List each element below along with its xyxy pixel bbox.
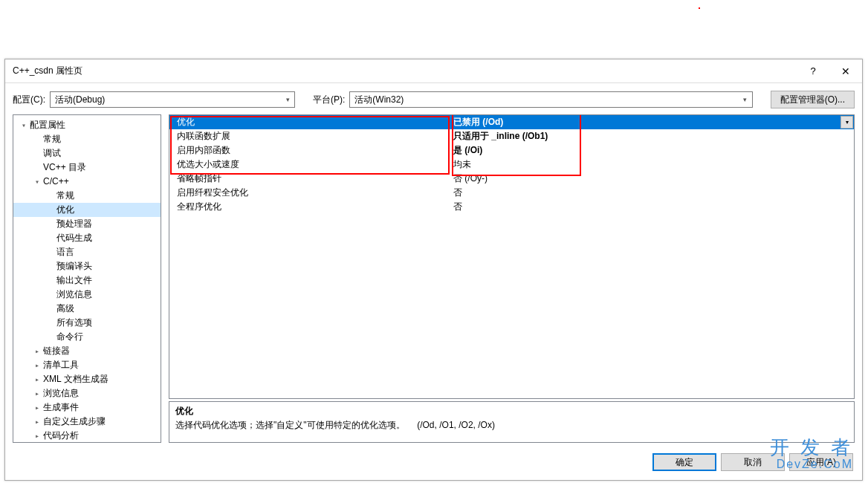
grid-row[interactable]: 启用内部函数是 (/Oi) (169, 143, 854, 158)
cancel-button[interactable]: 取消 (721, 453, 785, 471)
tree-item-label: 调试 (42, 146, 62, 160)
tree-item[interactable]: 输出文件 (13, 273, 161, 288)
config-bar: 配置(C): 活动(Debug) ▾ 平台(P): 活动(Win32) ▾ 配置… (5, 83, 862, 114)
chevron-right-icon[interactable]: ▸ (33, 372, 42, 386)
tree-item[interactable]: ▸生成事件 (13, 400, 161, 415)
config-manager-button[interactable]: 配置管理器(O)... (771, 91, 855, 108)
desc-title: 优化 (175, 405, 848, 418)
tree-item[interactable]: 优化 (13, 203, 161, 217)
tree-item[interactable]: ▸浏览信息 (13, 386, 161, 400)
tree-item-label: 代码分析 (42, 429, 80, 443)
tree-item-label: 浏览信息 (42, 386, 80, 400)
property-pages-dialog: C++_csdn 属性页 ? ✕ 配置(C): 活动(Debug) ▾ 平台(P… (4, 59, 863, 481)
tree-item-label: 常规 (55, 189, 76, 203)
grid-value: 均未 (450, 158, 854, 171)
grid-value: 否 (/Oy-) (450, 172, 854, 185)
tree-item-label: 优化 (55, 203, 76, 217)
grid-row[interactable]: 省略帧指针否 (/Oy-) (169, 172, 854, 186)
tree-item-label: VC++ 目录 (42, 160, 88, 175)
ok-button[interactable]: 确定 (652, 453, 716, 471)
tree-pane[interactable]: ▾配置属性常规调试VC++ 目录▾C/C++常规优化预处理器代码生成语言预编译头… (13, 114, 161, 443)
tree-item[interactable]: 高级 (13, 302, 161, 316)
grid-label: 优选大小或速度 (169, 158, 450, 171)
grid-value: 否 (450, 186, 854, 199)
tree-item-label: 常规 (42, 132, 62, 146)
tree-item-label: 代码生成 (55, 231, 94, 245)
description-pane: 优化 选择代码优化选项；选择"自定义"可使用特定的优化选项。 (/Od, /O1… (169, 401, 855, 443)
grid-row[interactable]: 优化已禁用 (/Od) (169, 115, 854, 129)
window-title: C++_csdn 属性页 (13, 65, 797, 77)
tree-item-label: 自定义生成步骤 (42, 415, 107, 429)
apply-button[interactable]: 应用(A) (789, 453, 853, 471)
tree-item-label: 预编译头 (55, 259, 94, 273)
tree-item-label: XML 文档生成器 (42, 372, 110, 386)
tree-item-label: 链接器 (42, 344, 71, 358)
tree-item[interactable]: 预编译头 (13, 259, 161, 273)
grid-dropdown-button[interactable]: ▾ (841, 116, 853, 129)
tree-item-label: 清单工具 (42, 358, 80, 372)
tree-item[interactable]: 语言 (13, 245, 161, 259)
config-label: 配置(C): (13, 94, 45, 106)
tree-item[interactable]: ▾配置属性 (13, 118, 161, 132)
tree-item[interactable]: 代码生成 (13, 231, 161, 245)
close-button[interactable]: ✕ (829, 59, 862, 83)
tree-item[interactable]: ▸清单工具 (13, 358, 161, 372)
tree-item[interactable]: 常规 (13, 189, 161, 203)
chevron-right-icon[interactable]: ▸ (33, 344, 42, 358)
grid-label: 启用纤程安全优化 (169, 186, 450, 199)
tree-item-label: 预处理器 (55, 217, 94, 231)
grid-label: 启用内部函数 (169, 144, 450, 157)
grid-label: 内联函数扩展 (169, 130, 450, 143)
tree-item-label: 所有选项 (55, 316, 94, 330)
tree-item-label: 输出文件 (55, 273, 94, 288)
tree-item-label: 配置属性 (28, 118, 67, 132)
tree-item[interactable]: 预处理器 (13, 217, 161, 231)
tree-item[interactable]: ▸自定义生成步骤 (13, 415, 161, 429)
tree-item[interactable]: ▾C/C++ (13, 175, 161, 189)
platform-label: 平台(P): (313, 94, 345, 106)
titlebar: C++_csdn 属性页 ? ✕ (5, 59, 862, 83)
grid-row[interactable]: 全程序优化否 (169, 200, 854, 214)
config-dropdown[interactable]: 活动(Debug) ▾ (50, 91, 295, 108)
chevron-right-icon[interactable]: ▸ (33, 429, 42, 443)
grid-value: 是 (/Oi) (450, 144, 854, 157)
help-button[interactable]: ? (797, 59, 829, 83)
desc-text: 选择代码优化选项；选择"自定义"可使用特定的优化选项。 (/Od, /O1, /… (175, 419, 848, 432)
tree-item[interactable]: 常规 (13, 132, 161, 146)
tree-item-label: 生成事件 (42, 400, 80, 415)
tree-item[interactable]: 命令行 (13, 330, 161, 344)
grid-label: 优化 (169, 116, 450, 129)
grid-label: 全程序优化 (169, 201, 450, 213)
config-value: 活动(Debug) (55, 94, 105, 106)
chevron-down-icon: ▾ (739, 92, 752, 107)
platform-dropdown[interactable]: 活动(Win32) ▾ (349, 91, 752, 108)
tree-item-label: C/C++ (42, 175, 71, 189)
property-grid[interactable]: 优化已禁用 (/Od)内联函数扩展只适用于 _inline (/Ob1)启用内部… (169, 114, 855, 399)
chevron-right-icon[interactable]: ▸ (33, 386, 42, 400)
tree-item-label: 高级 (55, 302, 76, 316)
tree-item-label: 语言 (55, 245, 76, 259)
chevron-right-icon[interactable]: ▸ (33, 358, 42, 372)
chevron-down-icon[interactable]: ▾ (33, 175, 42, 189)
chevron-right-icon[interactable]: ▸ (33, 415, 42, 429)
chevron-down-icon[interactable]: ▾ (19, 118, 28, 132)
platform-value: 活动(Win32) (354, 94, 404, 106)
chevron-down-icon: ▾ (281, 92, 294, 107)
grid-row[interactable]: 内联函数扩展只适用于 _inline (/Ob1) (169, 129, 854, 143)
grid-row[interactable]: 启用纤程安全优化否 (169, 186, 854, 200)
tree-item[interactable]: 所有选项 (13, 316, 161, 330)
tree-item[interactable]: 浏览信息 (13, 288, 161, 302)
chevron-right-icon[interactable]: ▸ (33, 400, 42, 415)
dialog-footer: 确定 取消 应用(A) (5, 447, 862, 480)
grid-value: 否 (450, 201, 854, 213)
tree-item[interactable]: ▸链接器 (13, 344, 161, 358)
grid-row[interactable]: 优选大小或速度均未 (169, 158, 854, 172)
tree-item[interactable]: VC++ 目录 (13, 160, 161, 175)
tree-item-label: 命令行 (55, 330, 85, 344)
grid-value: 已禁用 (/Od) (450, 116, 854, 129)
tree-item[interactable]: ▸XML 文档生成器 (13, 372, 161, 386)
tree-item[interactable]: 调试 (13, 146, 161, 160)
grid-label: 省略帧指针 (169, 172, 450, 185)
grid-value: 只适用于 _inline (/Ob1) (450, 130, 854, 143)
tree-item[interactable]: ▸代码分析 (13, 429, 161, 443)
